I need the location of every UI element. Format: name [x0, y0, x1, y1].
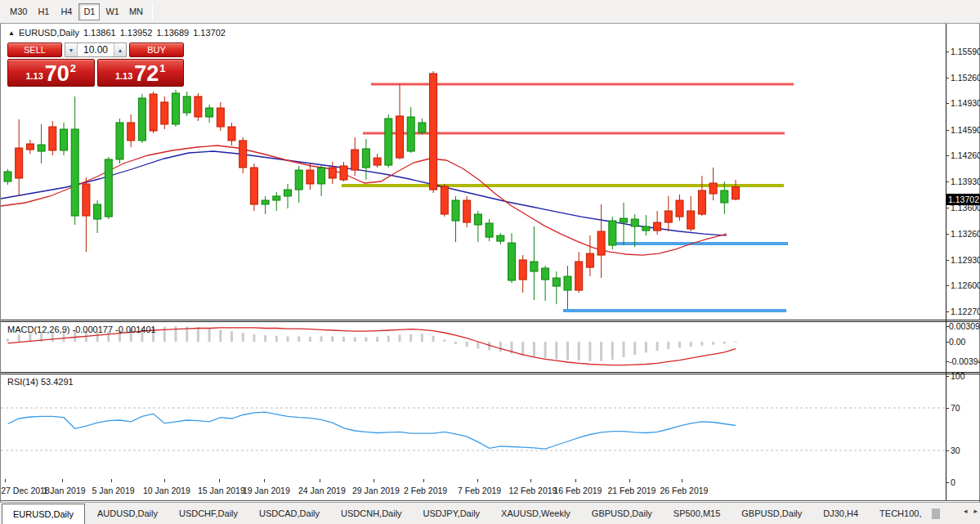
ohlc-open: 1.13861 — [83, 28, 116, 38]
symbol-tab-dj30-h4[interactable]: DJ30,H4 — [812, 503, 869, 524]
buy-price-display[interactable]: 1.13721 — [97, 59, 185, 87]
price-axis-label: 1.14930 — [951, 98, 980, 108]
price-axis-label: 1.14590 — [951, 125, 980, 135]
sell-button[interactable]: SELL — [7, 43, 62, 57]
timeframe-button-w1[interactable]: W1 — [101, 3, 123, 20]
rsi-axis-label: 0 — [951, 477, 955, 487]
symbol-tab-usdcnh-daily[interactable]: USDCNH,Daily — [330, 503, 413, 524]
time-axis-tick — [320, 479, 320, 482]
time-axis-tick — [477, 479, 478, 482]
time-axis-date-label: 10 Jan 2019 — [143, 486, 190, 495]
time-axis-date-label: 29 Jan 2019 — [352, 486, 400, 495]
pane-separator[interactable] — [1, 320, 980, 322]
symbol-tab-xauusd-weekly[interactable]: XAUUSD,Weekly — [490, 503, 581, 524]
price-axis-tick — [946, 234, 949, 235]
sell-price-main: 70 — [45, 63, 69, 84]
volume-input[interactable] — [78, 43, 114, 56]
symbol-tab-sp500-m15[interactable]: SP500,M15 — [663, 503, 731, 524]
time-axis-tick — [111, 479, 112, 482]
symbol-tabbar: EURUSD,DailyAUDUSD,DailyUSDCHF,DailyUSDC… — [0, 502, 980, 524]
time-axis-date-label: 24 Jan 2019 — [298, 486, 346, 495]
timeframe-button-mn[interactable]: MN — [125, 3, 147, 20]
tab-separator — [939, 508, 940, 519]
chart-title: ▲ EURUSD,Daily 1.13861 1.13952 1.13689 1… — [8, 28, 226, 38]
rsi-chart[interactable] — [1, 374, 946, 478]
ohlc-low: 1.13689 — [156, 28, 189, 38]
price-axis-label: 1.15260 — [951, 73, 980, 83]
axis-divider — [946, 24, 946, 500]
tab-scroll-right-icon[interactable]: ▸ — [973, 507, 978, 515]
time-axis-tick — [530, 479, 531, 482]
rsi-axis-tick — [946, 408, 949, 409]
time-axis-tick — [629, 479, 630, 482]
price-axis-tick — [946, 208, 949, 208]
price-axis-label: 1.12270 — [951, 307, 980, 316]
time-axis-tick — [682, 479, 682, 482]
sell-price-prefix: 1.13 — [25, 71, 43, 81]
time-axis-date-label: 19 Jan 2019 — [243, 486, 290, 495]
rsi-axis-label: 30 — [951, 446, 960, 455]
price-axis-tick — [946, 103, 949, 104]
rsi-axis-tick — [946, 376, 949, 377]
time-axis-date-label: 16 Feb 2019 — [553, 486, 602, 495]
time-axis-date-label: 26 Feb 2019 — [660, 486, 708, 495]
ohlc-close: 1.13702 — [193, 28, 226, 38]
volume-increase-button[interactable]: ▲ — [114, 43, 126, 56]
price-axis-label: 1.12930 — [951, 255, 980, 265]
timeframe-button-h4[interactable]: H4 — [56, 3, 77, 20]
macd-axis-label: 0.00 — [949, 337, 965, 347]
candlestick-layer — [4, 71, 740, 309]
time-axis-tick — [423, 479, 424, 482]
price-axis-tick — [946, 260, 949, 261]
time-axis-tick — [5, 479, 6, 482]
symbol-tab-gbpusd-daily[interactable]: GBPUSD,Daily — [731, 503, 812, 524]
volume-decrease-button[interactable]: ▼ — [65, 43, 78, 56]
buy-button[interactable]: BUY — [129, 43, 184, 57]
volume-stepper: ▼ ▲ — [65, 43, 127, 57]
ohlc-high: 1.13952 — [120, 28, 153, 38]
rsi-axis-tick — [946, 482, 949, 483]
rsi-axis-tick — [946, 450, 949, 451]
time-axis-date-label: 1 Jan 2019 — [43, 486, 86, 495]
price-axis-tick — [946, 285, 949, 286]
rsi-axis-label: 70 — [951, 403, 960, 413]
price-axis-tick — [946, 52, 949, 52]
tab-scroll-left-icon[interactable]: ◂ — [964, 507, 968, 515]
trading-terminal-window: M30H1H4D1W1MN ▲ EURUSD,Daily 1.13861 1.1… — [0, 0, 980, 524]
buy-price-prefix: 1.13 — [115, 71, 132, 81]
time-axis-tick — [164, 479, 165, 482]
collapse-chart-icon[interactable]: ▲ — [8, 29, 15, 37]
tab-scroll-controls: ◂ ▸ — [959, 507, 978, 515]
time-axis-date-label: 21 Feb 2019 — [607, 486, 656, 495]
price-axis-tick — [946, 181, 949, 182]
price-axis-tick — [946, 78, 949, 78]
current-price-badge: 1.13702 — [946, 194, 980, 205]
time-axis[interactable]: 27 Dec 20181 Jan 20195 Jan 201910 Jan 20… — [1, 479, 946, 500]
time-axis-tick — [374, 479, 374, 482]
time-axis-date-label: 2 Feb 2019 — [404, 486, 447, 495]
macd-axis-label: -0.003947 — [949, 356, 980, 366]
timeframe-button-m30[interactable]: M30 — [6, 3, 31, 20]
sell-price-display[interactable]: 1.13702 — [7, 59, 95, 87]
price-axis-label: 1.13260 — [951, 229, 980, 239]
symbol-tab-usdjpy-daily[interactable]: USDJPY,Daily — [413, 503, 491, 524]
symbol-tab-usdcad-daily[interactable]: USDCAD,Daily — [248, 503, 330, 524]
symbol-tab-gbpusd-daily[interactable]: GBPUSD,Daily — [581, 503, 663, 524]
timeframe-button-d1[interactable]: D1 — [78, 3, 100, 20]
symbol-tab-eurusd-daily[interactable]: EURUSD,Daily — [2, 504, 85, 524]
macd-label: MACD(12,26,9) -0.000177 -0.001401 — [7, 325, 156, 334]
price-axis-label: 1.15590 — [951, 47, 980, 56]
time-axis-tick — [62, 479, 63, 482]
time-axis-date-label: 15 Jan 2019 — [198, 486, 245, 495]
symbol-tab-usdchf-daily[interactable]: USDCHF,Daily — [168, 503, 248, 524]
timeframe-button-h1[interactable]: H1 — [33, 3, 54, 20]
symbol-tab-tech100-[interactable]: TECH100, — [869, 503, 932, 524]
price-axis-label: 1.12600 — [951, 280, 980, 290]
workspace-bottom-border — [1, 500, 980, 501]
symbol-tab-audusd-daily[interactable]: AUDUSD,Daily — [87, 503, 168, 524]
time-axis-tick — [575, 479, 576, 482]
rsi-label: RSI(14) 53.4291 — [7, 377, 74, 387]
price-axis-label: 1.13930 — [951, 177, 980, 186]
chart-symbol-label: EURUSD,Daily — [19, 28, 79, 38]
pane-separator[interactable] — [1, 372, 980, 374]
